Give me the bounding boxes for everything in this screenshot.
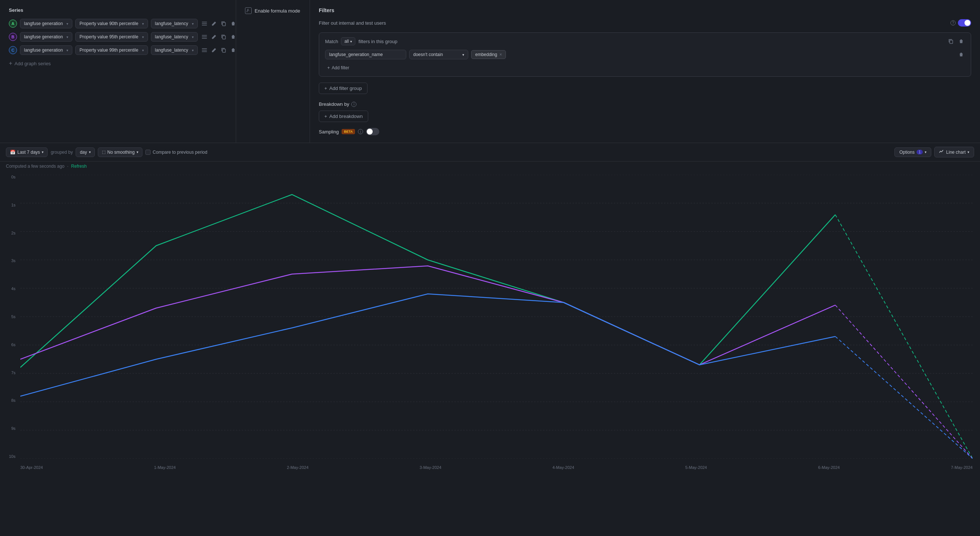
series-copy-a[interactable] [220, 20, 227, 27]
plus-icon: + [325, 114, 327, 119]
series-a-line [20, 195, 835, 368]
match-select[interactable]: all ▾ [341, 37, 355, 45]
series-badge-c: C [9, 46, 17, 54]
series-aggregation-b[interactable]: Property value 95th percentile ▾ [75, 32, 148, 42]
tag-close-icon[interactable]: × [499, 52, 502, 57]
chevron-down-icon: ▾ [142, 35, 144, 39]
series-menu-b[interactable] [201, 33, 208, 41]
series-delete-b[interactable] [229, 33, 237, 41]
x-label-4: 4-May-2024 [552, 465, 574, 469]
chevron-down-icon: ▾ [89, 150, 91, 154]
series-metric-c[interactable]: langfuse_latency ▾ [151, 45, 198, 55]
series-edit-a[interactable] [210, 20, 218, 27]
series-edit-b[interactable] [210, 33, 218, 41]
filter-toggle-label: Filter out internal and test users [319, 20, 386, 26]
filter-rule-row: langfuse_generation_name doesn't contain… [325, 50, 965, 59]
add-breakdown-button[interactable]: + Add breakdown [319, 111, 368, 122]
series-row-c: C langfuse generation ▾ Property value 9… [9, 45, 227, 55]
refresh-link[interactable]: Refresh [71, 164, 87, 169]
chevron-down-icon: ▾ [192, 48, 194, 52]
series-source-c[interactable]: langfuse generation ▾ [20, 45, 72, 55]
filter-toggle-row: Filter out internal and test users ? [319, 19, 971, 27]
series-source-b[interactable]: langfuse generation ▾ [20, 32, 72, 42]
compare-checkbox-label[interactable]: Compare to previous period [145, 150, 207, 155]
svg-rect-9 [202, 50, 207, 51]
series-copy-c[interactable] [220, 46, 227, 54]
y-label-8s: 8s [11, 398, 16, 403]
delete-group-button[interactable] [958, 38, 965, 45]
y-label-5s: 5s [11, 314, 16, 319]
plus-icon: + [9, 60, 12, 67]
beta-badge: BETA [342, 129, 355, 134]
chart-type-button[interactable]: Line chart ▾ [934, 147, 974, 157]
group-actions [947, 38, 965, 45]
plus-icon: + [327, 65, 330, 70]
x-label-5: 5-May-2024 [685, 465, 707, 469]
filter-toggle[interactable] [958, 19, 971, 27]
add-filter-button[interactable]: + Add filter [325, 64, 351, 72]
series-source-a[interactable]: langfuse generation ▾ [20, 19, 72, 29]
series-icons-b [201, 33, 237, 41]
chevron-down-icon: ▾ [192, 22, 194, 26]
breakdown-info-icon: i [351, 102, 356, 107]
series-title: Series [9, 7, 227, 13]
x-label-2: 2-May-2024 [287, 465, 309, 469]
group-by-select[interactable]: day ▾ [76, 147, 94, 157]
series-metric-b[interactable]: langfuse_latency ▾ [151, 32, 198, 42]
add-series-button[interactable]: + Add graph series [9, 59, 227, 68]
chevron-down-icon: ▾ [137, 150, 138, 154]
svg-rect-5 [202, 36, 207, 37]
x-axis: 30-Apr-2024 1-May-2024 2-May-2024 3-May-… [20, 465, 973, 469]
series-metric-a[interactable]: langfuse_latency ▾ [151, 19, 198, 29]
y-label-0s: 0s [11, 175, 16, 179]
series-menu-c[interactable] [201, 46, 208, 54]
enable-formula-mode-button[interactable]: Enable formula mode [245, 7, 300, 14]
series-badge-b: B [9, 33, 17, 41]
svg-rect-7 [223, 36, 226, 39]
duplicate-group-button[interactable] [947, 38, 955, 45]
compare-checkbox[interactable] [145, 150, 151, 155]
toggle-knob [367, 128, 373, 135]
svg-rect-11 [223, 49, 226, 52]
filter-field[interactable]: langfuse_generation_name [325, 50, 406, 59]
y-label-2s: 2s [11, 231, 16, 235]
breakdown-title: Breakdown by i [319, 101, 971, 107]
toolbar-right: Options 1 ▾ Line chart ▾ [894, 147, 974, 157]
plus-icon: + [325, 86, 327, 91]
filters-section: Filters Filter out internal and test use… [310, 0, 980, 143]
chevron-down-icon: ▾ [350, 40, 352, 43]
series-aggregation-c[interactable]: Property value 99th percentile ▾ [75, 45, 148, 55]
svg-rect-8 [202, 48, 207, 49]
series-icons-c [201, 46, 237, 54]
series-copy-b[interactable] [220, 33, 227, 41]
toggle-knob [964, 20, 970, 26]
add-filter-group-button[interactable]: + Add filter group [319, 82, 368, 94]
series-edit-c[interactable] [210, 46, 218, 54]
series-menu-a[interactable] [201, 20, 208, 27]
svg-rect-2 [202, 25, 207, 26]
options-button[interactable]: Options 1 ▾ [894, 147, 931, 157]
series-aggregation-a[interactable]: Property value 90th percentile ▾ [75, 19, 148, 29]
x-label-0: 30-Apr-2024 [20, 465, 43, 469]
chart-container: 10s 9s 8s 7s 6s 5s 4s 3s 2s 1s 0s [0, 171, 980, 473]
formula-section: Enable formula mode [236, 0, 310, 143]
series-delete-a[interactable] [229, 20, 237, 27]
date-range-select[interactable]: 📅 Last 7 days ▾ [6, 147, 48, 157]
x-label-1: 1-May-2024 [154, 465, 176, 469]
chevron-down-icon: ▾ [925, 150, 926, 154]
series-delete-c[interactable] [229, 46, 237, 54]
line-chart-icon [939, 149, 944, 155]
match-row: Match all ▾ filters in this group [325, 37, 965, 45]
filter-operator[interactable]: doesn't contain ▾ [409, 50, 468, 59]
y-label-6s: 6s [11, 343, 16, 347]
y-label-7s: 7s [11, 371, 16, 375]
smoothing-select[interactable]: ⬚ No smoothing ▾ [98, 147, 142, 157]
sampling-info-icon: i [358, 129, 363, 134]
chevron-down-icon: ▾ [67, 22, 68, 26]
sampling-label: Sampling [319, 129, 339, 135]
breakdown-section: Breakdown by i + Add breakdown [319, 101, 971, 122]
sampling-toggle[interactable] [366, 128, 379, 135]
y-axis: 10s 9s 8s 7s 6s 5s 4s 3s 2s 1s 0s [0, 175, 18, 458]
rule-delete-button[interactable] [958, 51, 965, 58]
chevron-down-icon: ▾ [967, 150, 969, 154]
